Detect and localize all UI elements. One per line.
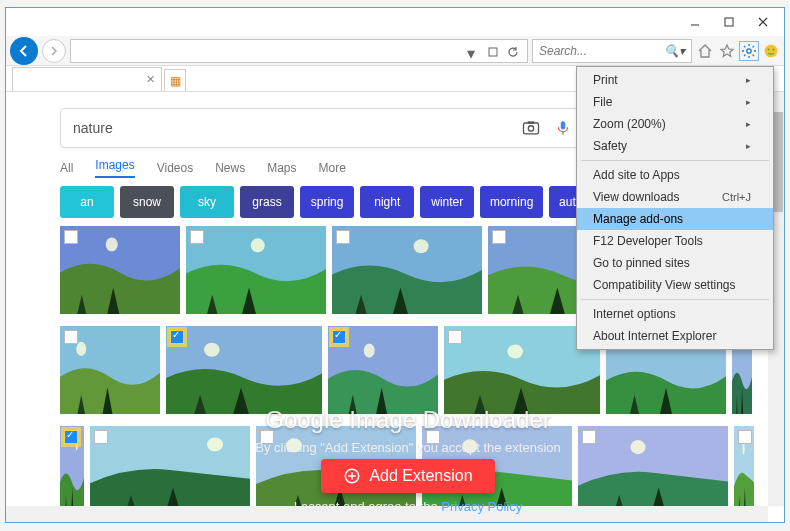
tools-gear-icon[interactable] bbox=[740, 42, 758, 60]
thumb-select-checkbox[interactable] bbox=[170, 330, 184, 344]
new-tab-button[interactable]: ▦ bbox=[164, 69, 186, 91]
menu-item-add-site-to-apps[interactable]: Add site to Apps bbox=[577, 164, 773, 186]
thumb-select-checkbox[interactable] bbox=[64, 230, 78, 244]
image-thumb[interactable] bbox=[332, 226, 482, 314]
tools-menu: Print▸File▸Zoom (200%)▸Safety▸Add site t… bbox=[576, 66, 774, 350]
add-extension-button[interactable]: Add Extension bbox=[321, 459, 494, 493]
nav-item-images[interactable]: Images bbox=[95, 158, 134, 178]
extension-title: Google Image Downloader bbox=[76, 406, 740, 434]
close-button[interactable] bbox=[746, 11, 780, 33]
menu-item-about-internet-explorer[interactable]: About Internet Explorer bbox=[577, 325, 773, 347]
add-extension-label: Add Extension bbox=[369, 467, 472, 485]
search-by-image-icon[interactable] bbox=[519, 116, 543, 140]
chip-night[interactable]: night bbox=[360, 186, 414, 218]
nav-right bbox=[696, 42, 780, 60]
svg-point-6 bbox=[765, 44, 778, 57]
image-thumb[interactable] bbox=[186, 226, 326, 314]
titlebar bbox=[6, 8, 784, 36]
browser-search-box[interactable]: Search... 🔍▾ bbox=[532, 39, 692, 63]
address-bar[interactable]: ▾ bbox=[70, 39, 528, 63]
feedback-smile-icon[interactable] bbox=[762, 42, 780, 60]
svg-point-5 bbox=[747, 48, 751, 52]
nav-item-more[interactable]: More bbox=[319, 161, 346, 175]
thumb-select-checkbox[interactable] bbox=[448, 330, 462, 344]
menu-item-view-downloads[interactable]: View downloadsCtrl+J bbox=[577, 186, 773, 208]
voice-search-icon[interactable] bbox=[551, 116, 575, 140]
svg-point-31 bbox=[364, 344, 375, 358]
svg-point-21 bbox=[414, 239, 429, 253]
search-go-icon[interactable]: 🔍▾ bbox=[664, 44, 685, 58]
menu-item-safety[interactable]: Safety▸ bbox=[577, 135, 773, 157]
chip-spring[interactable]: spring bbox=[300, 186, 354, 218]
svg-point-17 bbox=[106, 237, 118, 251]
search-placeholder: Search... bbox=[539, 44, 587, 58]
menu-item-manage-add-ons[interactable]: Manage add-ons bbox=[577, 208, 773, 230]
stop-icon[interactable] bbox=[487, 44, 501, 58]
menu-item-print[interactable]: Print▸ bbox=[577, 69, 773, 91]
image-thumb[interactable] bbox=[60, 226, 180, 314]
extension-byline: By clicking "Add Extension" you accept t… bbox=[255, 440, 561, 455]
menu-item-go-to-pinned-sites[interactable]: Go to pinned sites bbox=[577, 252, 773, 274]
chip-snow[interactable]: snow bbox=[120, 186, 174, 218]
menu-item-file[interactable]: File▸ bbox=[577, 91, 773, 113]
menu-item-internet-options[interactable]: Internet options bbox=[577, 303, 773, 325]
refresh-icon[interactable] bbox=[507, 44, 521, 58]
svg-point-29 bbox=[204, 343, 220, 357]
chip-an[interactable]: an bbox=[60, 186, 114, 218]
menu-item-zoom-200-[interactable]: Zoom (200%)▸ bbox=[577, 113, 773, 135]
svg-rect-1 bbox=[725, 18, 733, 26]
svg-rect-9 bbox=[524, 123, 539, 134]
image-thumb[interactable] bbox=[60, 326, 160, 414]
thumb-select-checkbox[interactable] bbox=[336, 230, 350, 244]
image-search-bar bbox=[60, 108, 620, 148]
favorites-icon[interactable] bbox=[718, 42, 736, 60]
chip-sky[interactable]: sky bbox=[180, 186, 234, 218]
forward-button[interactable] bbox=[42, 39, 66, 63]
nav-item-all[interactable]: All bbox=[60, 161, 73, 175]
thumb-select-checkbox[interactable] bbox=[190, 230, 204, 244]
svg-point-19 bbox=[251, 238, 265, 252]
maximize-button[interactable] bbox=[712, 11, 746, 33]
browser-window: ▾ Search... 🔍▾ ✕ ▦ AllImagesVi bbox=[5, 7, 785, 523]
image-search-input[interactable] bbox=[73, 120, 511, 136]
svg-point-7 bbox=[768, 48, 770, 50]
svg-point-8 bbox=[773, 48, 775, 50]
thumb-select-checkbox[interactable] bbox=[492, 230, 506, 244]
svg-rect-12 bbox=[561, 121, 566, 129]
thumb-select-checkbox[interactable] bbox=[332, 330, 346, 344]
svg-rect-4 bbox=[489, 48, 497, 56]
chip-morning[interactable]: morning bbox=[480, 186, 543, 218]
back-button[interactable] bbox=[10, 37, 38, 65]
svg-point-10 bbox=[528, 126, 533, 131]
svg-rect-11 bbox=[528, 121, 535, 124]
image-thumb[interactable] bbox=[328, 326, 438, 414]
thumb-select-checkbox[interactable] bbox=[738, 430, 752, 444]
nav-item-videos[interactable]: Videos bbox=[157, 161, 193, 175]
tab-close-icon[interactable]: ✕ bbox=[146, 73, 155, 86]
image-thumb[interactable] bbox=[166, 326, 322, 414]
consent-prefix: I accept and agree to the bbox=[294, 499, 438, 514]
menu-item-f12-developer-tools[interactable]: F12 Developer Tools bbox=[577, 230, 773, 252]
extension-banner: Google Image Downloader By clicking "Add… bbox=[76, 406, 740, 514]
dropdown-icon[interactable]: ▾ bbox=[467, 44, 481, 58]
privacy-link[interactable]: Privacy Policy bbox=[441, 499, 522, 514]
navbar: ▾ Search... 🔍▾ bbox=[6, 36, 784, 66]
chip-grass[interactable]: grass bbox=[240, 186, 294, 218]
minimize-button[interactable] bbox=[678, 11, 712, 33]
browser-tab[interactable]: ✕ bbox=[12, 67, 162, 91]
nav-item-maps[interactable]: Maps bbox=[267, 161, 296, 175]
chip-winter[interactable]: winter bbox=[420, 186, 474, 218]
menu-item-compatibility-view-settings[interactable]: Compatibility View settings bbox=[577, 274, 773, 296]
nav-item-news[interactable]: News bbox=[215, 161, 245, 175]
svg-point-33 bbox=[507, 344, 523, 358]
thumb-select-checkbox[interactable] bbox=[64, 330, 78, 344]
home-icon[interactable] bbox=[696, 42, 714, 60]
